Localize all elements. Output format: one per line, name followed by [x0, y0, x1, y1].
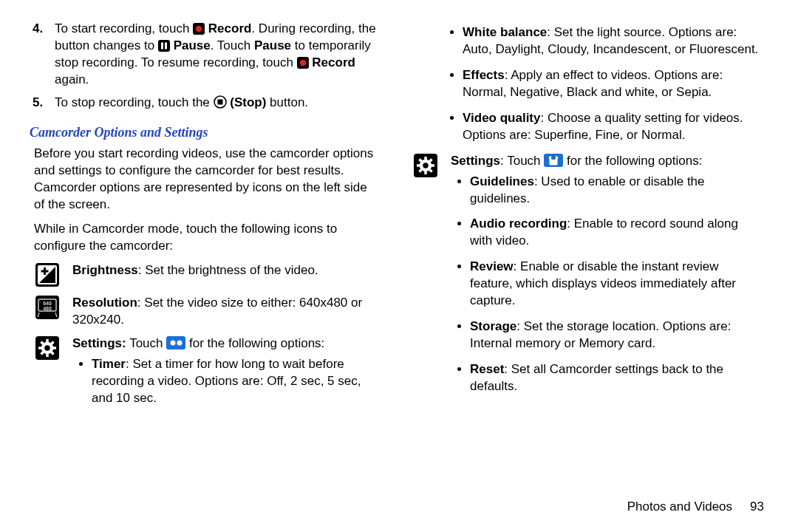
section-heading: Camcorder Options and Settings — [30, 123, 377, 141]
item-settings-right: Settings: Touch for the following option… — [412, 153, 760, 404]
label: Video quality — [463, 111, 541, 125]
svg-rect-12 — [41, 270, 49, 272]
step-text: To stop recording, touch the (Stop) butt… — [55, 95, 377, 112]
record-icon — [297, 57, 309, 69]
intro-paragraph-2: While in Camcorder mode, touch the follo… — [30, 221, 377, 255]
desc: : Set the brightness of the video. — [138, 263, 318, 277]
wrench-icon — [544, 154, 563, 167]
brightness-icon — [35, 262, 60, 287]
label: Guidelines — [470, 174, 534, 188]
svg-point-41 — [423, 163, 428, 168]
item-resolution: 640480 Resolution: Set the video size to… — [30, 295, 377, 329]
text: for the following options: — [189, 336, 324, 350]
svg-rect-3 — [161, 42, 163, 49]
record-label: Record — [208, 21, 252, 35]
svg-rect-2 — [158, 40, 170, 52]
svg-rect-4 — [165, 42, 167, 49]
step-number: 5. — [30, 95, 55, 112]
record-label: Record — [312, 55, 355, 69]
stop-label: (Stop) — [230, 95, 266, 109]
camcorder-icon — [166, 336, 185, 349]
text: : Touch — [500, 154, 544, 168]
item-storage: Storage: Set the storage location. Optio… — [470, 318, 760, 352]
item-reset: Reset: Set all Camcorder settings back t… — [470, 361, 760, 395]
desc: : Set a timer for how long to wait befor… — [92, 357, 361, 405]
label: Reset — [470, 362, 504, 376]
label: Audio recording — [470, 216, 567, 231]
left-column: 4. To start recording, touch Record. Dur… — [30, 21, 377, 419]
text: . Touch — [211, 38, 254, 52]
svg-line-39 — [420, 169, 422, 171]
label: Settings: — [72, 336, 126, 350]
text: To start recording, touch — [55, 21, 193, 35]
svg-point-1 — [196, 26, 202, 32]
pause-icon — [158, 40, 170, 52]
right-column: White balance: Set the light source. Opt… — [412, 21, 760, 419]
gear-icon — [413, 153, 438, 178]
label: Effects — [463, 68, 505, 82]
item-timer: Timer: Set a timer for how long to wait … — [92, 356, 377, 407]
item-text: Settings: Touch for the following option… — [451, 153, 760, 404]
item-audio-recording: Audio recording: Enable to record sound … — [470, 216, 760, 250]
text: Touch — [126, 336, 167, 350]
svg-line-38 — [430, 159, 432, 161]
page-footer: Photos and Videos 93 — [627, 499, 764, 516]
item-white-balance: White balance: Set the light source. Opt… — [463, 24, 760, 58]
intro-paragraph: Before you start recording videos, use t… — [30, 146, 377, 214]
svg-point-29 — [171, 341, 176, 346]
svg-line-25 — [41, 352, 44, 355]
desc: : Set all Camcorder settings back to the… — [470, 362, 723, 393]
item-effects: Effects: Apply an effect to videos. Opti… — [463, 67, 760, 101]
item-text: Brightness: Set the brightness of the vi… — [72, 262, 377, 287]
label: Settings — [451, 154, 500, 168]
svg-rect-8 — [217, 99, 222, 104]
step-number: 4. — [30, 21, 55, 89]
step-5: 5. To stop recording, touch the (Stop) b… — [30, 95, 377, 112]
svg-rect-28 — [166, 336, 185, 349]
label: Brightness — [72, 263, 138, 277]
svg-line-40 — [430, 169, 432, 171]
footer-section: Photos and Videos — [627, 499, 732, 516]
svg-line-24 — [52, 342, 54, 344]
record-icon — [193, 23, 205, 35]
text: To stop recording, touch the — [55, 95, 214, 109]
label: Review — [470, 259, 514, 273]
label: Storage — [470, 319, 516, 333]
footer-page-number: 93 — [750, 499, 764, 516]
item-guidelines: Guidelines: Used to enable or disable th… — [470, 174, 760, 208]
svg-line-26 — [52, 352, 54, 355]
sub-bullets: Guidelines: Used to enable or disable th… — [451, 174, 760, 395]
text: again. — [55, 72, 89, 86]
pause-bold: Pause — [254, 38, 291, 52]
stop-icon — [214, 95, 227, 109]
item-video-quality: Video quality: Choose a quality setting … — [463, 110, 760, 144]
svg-text:480: 480 — [43, 306, 52, 311]
text: for the following options: — [567, 154, 702, 168]
text: button. — [266, 95, 308, 109]
item-brightness: Brightness: Set the brightness of the vi… — [30, 262, 377, 287]
item-settings: Settings: Touch for the following option… — [30, 335, 377, 416]
svg-line-23 — [41, 342, 44, 344]
svg-text:640: 640 — [43, 301, 52, 306]
step-text: To start recording, touch Record. During… — [55, 21, 377, 89]
svg-point-6 — [299, 60, 305, 66]
pause-label: Pause — [174, 38, 211, 52]
step-4: 4. To start recording, touch Record. Dur… — [30, 21, 377, 89]
label: Resolution — [72, 296, 137, 310]
label: White balance — [463, 25, 547, 39]
item-text: Resolution: Set the video size to either… — [72, 295, 377, 329]
resolution-icon: 640480 — [35, 295, 60, 320]
sub-bullets: Timer: Set a timer for how long to wait … — [72, 356, 377, 407]
svg-point-27 — [45, 346, 50, 350]
label: Timer — [92, 357, 126, 371]
svg-line-37 — [420, 159, 422, 161]
svg-point-30 — [177, 341, 183, 346]
item-review: Review: Enable or disable the instant re… — [470, 259, 760, 310]
right-bullets-upper: White balance: Set the light source. Opt… — [412, 24, 760, 144]
item-text: Settings: Touch for the following option… — [72, 335, 377, 416]
gear-icon — [35, 335, 60, 361]
